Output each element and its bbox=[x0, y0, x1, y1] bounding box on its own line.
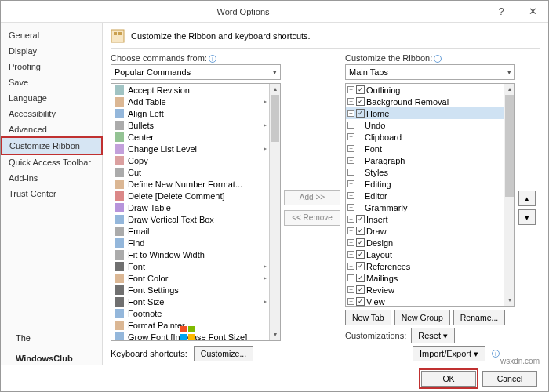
command-item[interactable]: Font Color▸ bbox=[111, 272, 269, 284]
checkbox[interactable]: ✓ bbox=[356, 262, 365, 270]
tree-item-references[interactable]: +✓References bbox=[346, 260, 504, 272]
tree-item-editor[interactable]: +Editor bbox=[346, 190, 504, 201]
tree-item-outlining[interactable]: +✓Outlining bbox=[346, 84, 504, 96]
remove-button[interactable]: << Remove bbox=[284, 210, 340, 226]
commands-list[interactable]: Accept RevisionAdd Table▸Align LeftBulle… bbox=[111, 83, 281, 341]
tree-item-draw[interactable]: +✓Draw bbox=[346, 225, 504, 237]
scroll-up-icon[interactable]: ▴ bbox=[504, 84, 514, 95]
command-item[interactable]: Copy bbox=[111, 154, 269, 166]
expand-icon[interactable]: + bbox=[347, 192, 354, 199]
nav-item-add-ins[interactable]: Add-ins bbox=[1, 170, 102, 186]
command-item[interactable]: Grow Font [Increase Font Size] bbox=[111, 331, 269, 340]
reset-button[interactable]: Reset ▾ bbox=[411, 328, 455, 343]
expand-icon[interactable]: + bbox=[347, 86, 354, 93]
tree-item-home[interactable]: −✓Home bbox=[346, 107, 504, 119]
checkbox[interactable]: ✓ bbox=[356, 227, 365, 235]
checkbox[interactable]: ✓ bbox=[356, 250, 365, 259]
expand-icon[interactable]: + bbox=[347, 227, 354, 234]
nav-item-customize-ribbon[interactable]: Customize Ribbon bbox=[1, 137, 102, 154]
tree-item-review[interactable]: +✓Review bbox=[346, 284, 504, 296]
nav-item-proofing[interactable]: Proofing bbox=[1, 59, 102, 74]
command-item[interactable]: Font▸ bbox=[111, 260, 269, 272]
expand-icon[interactable]: + bbox=[347, 157, 354, 164]
tree-item-clipboard[interactable]: +Clipboard bbox=[346, 131, 504, 143]
command-item[interactable]: Delete [Delete Comment] bbox=[111, 190, 269, 201]
checkbox[interactable]: ✓ bbox=[356, 274, 365, 282]
scroll-down-icon[interactable]: ▾ bbox=[504, 295, 514, 306]
info-icon[interactable]: i bbox=[492, 350, 500, 358]
tree-item-layout[interactable]: +✓Layout bbox=[346, 249, 504, 260]
command-item[interactable]: Align Left bbox=[111, 107, 269, 119]
nav-item-general[interactable]: General bbox=[1, 27, 102, 43]
expand-icon[interactable]: + bbox=[347, 133, 354, 140]
expand-icon[interactable]: + bbox=[347, 122, 354, 129]
customize-ribbon-dropdown[interactable]: Main Tabs▾ bbox=[345, 64, 515, 80]
command-item[interactable]: Bullets▸ bbox=[111, 119, 269, 131]
checkbox[interactable]: ✓ bbox=[356, 297, 365, 306]
move-up-button[interactable]: ▴ bbox=[518, 191, 536, 206]
expand-icon[interactable]: + bbox=[347, 145, 354, 152]
tree-item-styles[interactable]: +Styles bbox=[346, 166, 504, 178]
expand-icon[interactable]: + bbox=[347, 274, 354, 281]
expand-icon[interactable]: + bbox=[347, 263, 354, 270]
expand-icon[interactable]: + bbox=[347, 239, 354, 246]
scrollbar-thumb[interactable] bbox=[271, 95, 279, 142]
command-item[interactable]: Define New Number Format... bbox=[111, 178, 269, 190]
rename-button[interactable]: Rename... bbox=[453, 310, 505, 325]
command-item[interactable]: Center bbox=[111, 131, 269, 143]
command-item[interactable]: Fit to Window Width bbox=[111, 249, 269, 260]
tree-item-font[interactable]: +Font bbox=[346, 143, 504, 154]
expand-icon[interactable]: + bbox=[347, 298, 354, 305]
expand-icon[interactable]: + bbox=[347, 180, 354, 187]
checkbox[interactable]: ✓ bbox=[356, 85, 365, 94]
command-item[interactable]: Font Settings bbox=[111, 284, 269, 296]
scrollbar[interactable]: ▴ ▾ bbox=[504, 84, 514, 306]
nav-item-accessibility[interactable]: Accessibility bbox=[1, 106, 102, 122]
tree-item-mailings[interactable]: +✓Mailings bbox=[346, 272, 504, 284]
expand-icon[interactable]: + bbox=[347, 251, 354, 258]
checkbox[interactable]: ✓ bbox=[356, 109, 365, 118]
help-button[interactable]: ? bbox=[485, 1, 517, 23]
tree-item-view[interactable]: +✓View bbox=[346, 296, 504, 306]
nav-item-save[interactable]: Save bbox=[1, 74, 102, 90]
scroll-up-icon[interactable]: ▴ bbox=[270, 84, 280, 95]
checkbox[interactable]: ✓ bbox=[356, 97, 365, 106]
nav-item-display[interactable]: Display bbox=[1, 43, 102, 59]
close-button[interactable]: ✕ bbox=[517, 1, 548, 23]
ribbon-tree[interactable]: +✓Outlining+✓Background Removal−✓Home+Un… bbox=[345, 83, 515, 307]
expand-icon[interactable]: + bbox=[347, 98, 354, 105]
tree-item-editing[interactable]: +Editing bbox=[346, 178, 504, 190]
add-button[interactable]: Add >> bbox=[284, 190, 340, 205]
new-tab-button[interactable]: New Tab bbox=[345, 310, 391, 325]
nav-item-quick-access-toolbar[interactable]: Quick Access Toolbar bbox=[1, 154, 102, 170]
command-item[interactable]: Add Table▸ bbox=[111, 96, 269, 107]
command-item[interactable]: Change List Level▸ bbox=[111, 143, 269, 154]
command-item[interactable]: Footnote bbox=[111, 307, 269, 319]
ok-button[interactable]: OK bbox=[421, 371, 476, 387]
scrollbar-thumb[interactable] bbox=[505, 95, 514, 197]
customize-shortcuts-button[interactable]: Customize... bbox=[194, 346, 253, 361]
scroll-down-icon[interactable]: ▾ bbox=[270, 329, 280, 340]
info-icon[interactable]: i bbox=[209, 55, 216, 63]
tree-item-background-removal[interactable]: +✓Background Removal bbox=[346, 96, 504, 107]
cancel-button[interactable]: Cancel bbox=[482, 371, 537, 387]
checkbox[interactable]: ✓ bbox=[356, 285, 365, 294]
move-down-button[interactable]: ▾ bbox=[518, 209, 536, 225]
command-item[interactable]: Draw Vertical Text Box bbox=[111, 213, 269, 225]
command-item[interactable]: Draw Table bbox=[111, 201, 269, 213]
tree-item-design[interactable]: +✓Design bbox=[346, 237, 504, 249]
new-group-button[interactable]: New Group bbox=[394, 310, 450, 325]
expand-icon[interactable]: + bbox=[347, 169, 354, 176]
expand-icon[interactable]: + bbox=[347, 204, 354, 211]
tree-item-grammarly[interactable]: +Grammarly bbox=[346, 201, 504, 213]
info-icon[interactable]: i bbox=[434, 55, 442, 63]
command-item[interactable]: Cut bbox=[111, 166, 269, 178]
nav-item-advanced[interactable]: Advanced bbox=[1, 122, 102, 137]
command-item[interactable]: Email bbox=[111, 225, 269, 237]
import-export-button[interactable]: Import/Export ▾ bbox=[413, 346, 485, 361]
checkbox[interactable]: ✓ bbox=[356, 215, 365, 223]
nav-item-trust-center[interactable]: Trust Center bbox=[1, 186, 102, 201]
command-item[interactable]: Accept Revision bbox=[111, 84, 269, 96]
expand-icon[interactable]: + bbox=[347, 216, 354, 223]
command-item[interactable]: Font Size▸ bbox=[111, 296, 269, 307]
